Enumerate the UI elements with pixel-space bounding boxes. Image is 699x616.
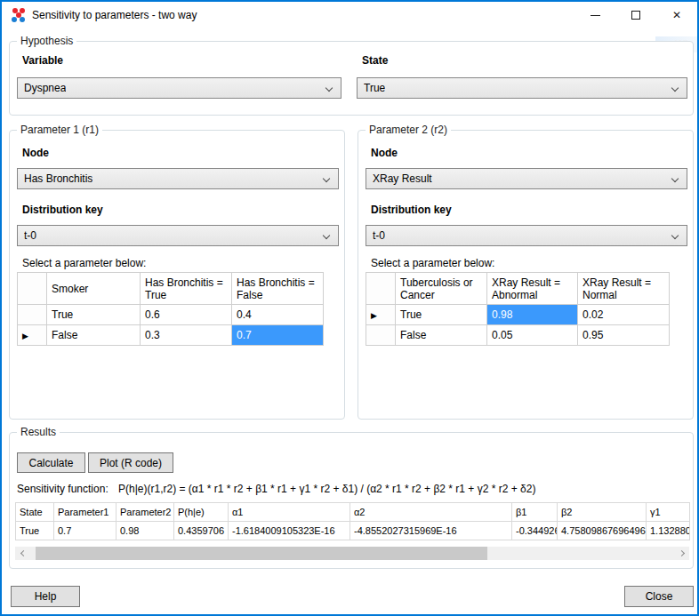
- table-cell[interactable]: False: [396, 325, 487, 346]
- row-header-cell[interactable]: ▶: [366, 305, 396, 325]
- table-cell[interactable]: -0.344926: [512, 522, 558, 540]
- state-value: True: [364, 82, 385, 94]
- column-header[interactable]: β1: [512, 503, 558, 522]
- table-cell[interactable]: 0.7: [54, 522, 116, 540]
- scroll-right-button[interactable]: [675, 547, 689, 560]
- variable-dropdown[interactable]: Dyspnea: [17, 77, 341, 99]
- chevron-down-icon: [671, 84, 679, 92]
- close-button[interactable]: ✕: [656, 2, 697, 28]
- table-cell[interactable]: 0.05: [487, 325, 578, 346]
- param1-node-label: Node: [22, 147, 49, 159]
- window-controls: ✕: [574, 2, 697, 28]
- column-header[interactable]: Parameter1: [54, 503, 116, 522]
- table-cell[interactable]: 1.13288063: [647, 522, 690, 540]
- column-header[interactable]: γ1: [647, 503, 690, 522]
- table-cell[interactable]: 0.4359706: [174, 522, 229, 540]
- column-header[interactable]: Has Bronchitis = False: [232, 273, 324, 305]
- row-header-cell: [366, 273, 396, 305]
- row-header-cell: [18, 273, 47, 305]
- column-header[interactable]: Parameter2: [116, 503, 174, 522]
- param2-table: Tuberculosis or Cancer XRay Result = Abn…: [366, 272, 670, 346]
- help-button[interactable]: Help: [11, 586, 80, 607]
- param2-distkey-dropdown[interactable]: t-0: [366, 225, 687, 246]
- column-header[interactable]: XRay Result = Abnormal: [487, 273, 578, 305]
- table-cell[interactable]: 4.75809867696496E-16: [558, 522, 647, 540]
- param1-distkey-dropdown[interactable]: t-0: [17, 225, 339, 246]
- current-row-arrow-icon: ▶: [371, 311, 377, 320]
- column-header[interactable]: State: [16, 503, 54, 522]
- hypothesis-group-label: Hypothesis: [17, 35, 76, 47]
- column-header[interactable]: β2: [558, 503, 647, 522]
- param2-node-value: XRay Result: [373, 172, 432, 185]
- param2-header-row: Tuberculosis or Cancer XRay Result = Abn…: [366, 273, 670, 305]
- dialog-sensitivity-two-way: Sensitivity to parameters - two way ✕ Wi…: [0, 0, 699, 616]
- column-header[interactable]: XRay Result = Normal: [578, 273, 670, 305]
- column-header[interactable]: α2: [350, 503, 512, 522]
- window-title: Sensitivity to parameters - two way: [32, 2, 197, 28]
- param2-distkey-value: t-0: [373, 229, 385, 242]
- param2-node-dropdown[interactable]: XRay Result: [366, 168, 687, 189]
- hypothesis-group: Hypothesis Variable Dyspnea State True: [9, 41, 694, 116]
- selected-table-cell[interactable]: 0.7: [232, 325, 324, 346]
- param1-distkey-value: t-0: [24, 229, 36, 242]
- horizontal-scrollbar[interactable]: [15, 547, 689, 560]
- table-cell[interactable]: -4.8552027315969E-16: [350, 522, 512, 540]
- column-header[interactable]: Smoker: [47, 273, 141, 305]
- plot-r-code-button[interactable]: Plot (R code): [88, 452, 173, 473]
- results-row[interactable]: True 0.7 0.98 0.4359706 -1.6184009105323…: [16, 522, 690, 540]
- results-group: Results Calculate Plot (R code) Sensitiv…: [9, 432, 694, 569]
- sensitivity-function-line: Sensitivity function: P(h|e)(r1,r2) = (α…: [17, 483, 535, 495]
- param2-node-label: Node: [371, 147, 398, 159]
- table-cell[interactable]: True: [396, 305, 487, 325]
- scrollbar-thumb[interactable]: [36, 547, 487, 560]
- table-cell[interactable]: 0.3: [141, 325, 232, 346]
- table-cell[interactable]: 0.02: [578, 305, 670, 325]
- sensitivity-function-text: P(h|e)(r1,r2) = (α1 * r1 * r2 + β1 * r1 …: [118, 483, 535, 495]
- table-cell[interactable]: True: [47, 305, 141, 325]
- selected-table-cell[interactable]: 0.98: [487, 305, 578, 325]
- parameter1-group: Parameter 1 (r1) Node Has Bronchitis Dis…: [9, 130, 345, 420]
- table-cell[interactable]: 0.4: [232, 305, 324, 325]
- parameter1-group-label: Parameter 1 (r1): [17, 124, 102, 136]
- chevron-left-icon: [20, 550, 26, 556]
- column-header[interactable]: Has Bronchitis = True: [141, 273, 232, 305]
- table-cell[interactable]: -1.6184009105323E-16: [229, 522, 350, 540]
- results-header-row: State Parameter1 Parameter2 P(h|e) α1 α2…: [16, 503, 690, 522]
- param1-distkey-label: Distribution key: [22, 204, 103, 216]
- close-dialog-button[interactable]: Close: [624, 586, 694, 607]
- minimize-icon: [591, 15, 600, 16]
- table-cell[interactable]: 0.95: [578, 325, 670, 346]
- title-bar: Sensitivity to parameters - two way ✕: [2, 2, 697, 28]
- param1-node-value: Has Bronchitis: [24, 172, 92, 185]
- state-dropdown[interactable]: True: [357, 77, 687, 99]
- chevron-right-icon: [678, 550, 684, 556]
- calculate-button[interactable]: Calculate: [17, 452, 85, 473]
- maximize-button[interactable]: [615, 2, 656, 28]
- table-cell[interactable]: True: [16, 522, 54, 540]
- table-cell[interactable]: 0.98: [116, 522, 174, 540]
- close-icon: ✕: [672, 10, 681, 20]
- column-header[interactable]: α1: [229, 503, 350, 522]
- table-cell[interactable]: 0.6: [141, 305, 232, 325]
- table-cell[interactable]: False: [47, 325, 141, 346]
- chevron-down-icon: [671, 175, 679, 182]
- row-header-cell[interactable]: [366, 325, 396, 346]
- scrollbar-track[interactable]: [29, 547, 675, 560]
- parameter2-group-label: Parameter 2 (r2): [366, 124, 451, 136]
- scroll-left-button[interactable]: [15, 547, 29, 560]
- chevron-down-icon: [671, 232, 679, 239]
- parameter2-group: Parameter 2 (r2) Node XRay Result Distri…: [358, 130, 694, 420]
- column-header[interactable]: P(h|e): [174, 503, 229, 522]
- state-label: State: [362, 54, 388, 67]
- param2-distkey-label: Distribution key: [371, 204, 452, 216]
- row-header-cell[interactable]: [18, 305, 47, 325]
- maximize-icon: [631, 11, 640, 20]
- row-header-cell[interactable]: ▶: [18, 325, 47, 346]
- minimize-button[interactable]: [574, 2, 615, 28]
- table-row: False 0.05 0.95: [366, 325, 670, 346]
- column-header[interactable]: Tuberculosis or Cancer: [396, 273, 487, 305]
- current-row-arrow-icon: ▶: [22, 332, 28, 340]
- param1-select-label: Select a parameter below:: [22, 257, 146, 269]
- param2-select-label: Select a parameter below:: [371, 257, 494, 269]
- param1-node-dropdown[interactable]: Has Bronchitis: [17, 168, 339, 189]
